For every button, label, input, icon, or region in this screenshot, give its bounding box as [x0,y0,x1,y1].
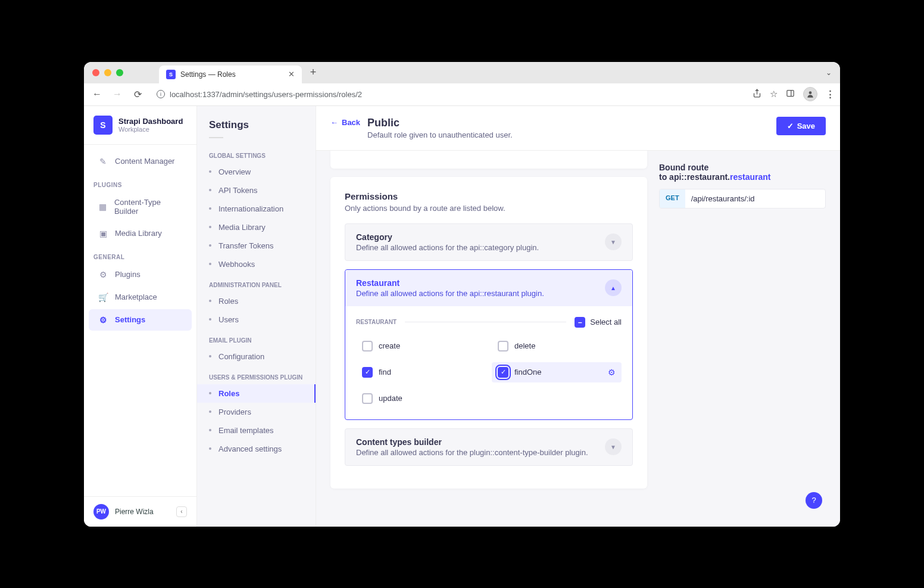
perm-delete[interactable]: delete [492,336,622,356]
brand-logo-icon: S [93,116,113,135]
reload-button[interactable]: ⟳ [130,89,145,100]
toolbar-actions: ☆ ⋮ [753,87,834,101]
page-header: ← Back Public Default role given to unau… [316,106,840,151]
accordion-restaurant: Restaurant Define all allowed actions fo… [345,269,633,420]
main-sidebar: S Strapi Dashboard Workplace ✎ Content M… [84,106,197,527]
nav-content-manager[interactable]: ✎ Content Manager [89,151,192,172]
nav-settings[interactable]: ⚙ Settings [89,309,192,331]
settings-section-admin: ADMINISTRATION PANEL [197,273,316,292]
settings-email-config[interactable]: Configuration [197,347,316,366]
traffic-lights [92,69,123,76]
settings-webhooks[interactable]: Webhooks [197,255,316,273]
new-tab-button[interactable]: + [310,66,317,79]
main-content: ← Back Public Default role given to unau… [316,106,840,527]
page-title: Public [367,117,769,129]
checkbox-checked[interactable]: ✓ [498,367,508,378]
share-icon[interactable] [753,89,761,99]
accordion-ctb[interactable]: Content types builder Define all allowed… [345,428,633,466]
perm-find[interactable]: ✓ find [356,362,486,382]
user-name: Pierre Wizla [115,508,170,516]
tab-close-icon[interactable]: ✕ [288,70,295,79]
address-bar[interactable]: i localhost:1337/admin/settings/users-pe… [151,90,747,99]
image-icon: ▣ [98,229,108,238]
accordion-desc: Define all allowed actions for the api::… [356,289,544,298]
app-root: S Strapi Dashboard Workplace ✎ Content M… [84,106,840,527]
site-info-icon: i [157,90,165,98]
tab-title: Settings — Roles [180,70,236,79]
collapse-sidebar-button[interactable]: ‹ [176,506,187,517]
perm-label: delete [514,341,535,350]
permissions-body: RESTAURANT – Select all [345,306,632,419]
browser-tab-active[interactable]: S Settings — Roles ✕ [159,66,302,83]
close-window-button[interactable] [92,69,99,76]
cart-icon: 🛒 [98,293,108,302]
chevron-up-icon: ▲ [605,279,622,296]
browser-window: S Settings — Roles ✕ + ⌄ ← → ⟳ i localho… [84,62,840,527]
browser-menu-icon[interactable]: ⋮ [826,89,834,99]
settings-overview[interactable]: Overview [197,163,316,181]
back-label: Back [342,118,360,127]
gear-icon[interactable]: ⚙ [608,368,616,377]
svg-point-2 [809,91,812,94]
nav-plugins[interactable]: ⚙ Plugins [89,264,192,285]
back-button[interactable]: ← Back [330,118,360,127]
previous-panel-edge [330,151,647,169]
settings-i18n[interactable]: Internationalization [197,200,316,218]
help-fab-button[interactable]: ? [806,492,822,509]
nav-forward-button[interactable]: → [110,89,124,99]
side-panel-icon[interactable] [786,89,795,99]
perm-create[interactable]: create [356,336,486,356]
content-right: Bound route to api::restaurant.restauran… [659,151,826,527]
tabs-overflow-icon[interactable]: ⌄ [826,69,832,77]
nav-content-type-builder[interactable]: ▦ Content-Type Builder [89,192,192,222]
settings-admin-users[interactable]: Users [197,310,316,329]
settings-api-tokens[interactable]: API Tokens [197,181,316,200]
perm-findone[interactable]: ✓ findOne ⚙ [492,362,622,382]
minimize-window-button[interactable] [104,69,111,76]
settings-sidebar: Settings GLOBAL SETTINGS Overview API To… [197,106,316,527]
group-label: RESTAURANT [356,319,397,325]
nav-back-button[interactable]: ← [90,89,104,99]
brand-block: S Strapi Dashboard Workplace [84,106,196,145]
route-path: /api/restaurants/:id [685,189,761,208]
settings-up-providers[interactable]: Providers [197,403,316,421]
select-all-toggle[interactable]: – Select all [575,317,622,328]
nav-media-library[interactable]: ▣ Media Library [89,223,192,244]
bookmark-star-icon[interactable]: ☆ [770,89,778,99]
brand-title: Strapi Dashboard [118,117,183,126]
checkbox-checked[interactable]: ✓ [362,367,373,378]
nav-marketplace[interactable]: 🛒 Marketplace [89,287,192,308]
nav-section-general: GENERAL [84,245,196,263]
accordion-header[interactable]: Restaurant Define all allowed actions fo… [345,270,632,306]
accordion-category[interactable]: Category Define all allowed actions for … [345,223,633,261]
save-label: Save [797,122,815,130]
settings-up-advanced[interactable]: Advanced settings [197,440,316,458]
settings-up-roles[interactable]: Roles [197,384,316,403]
divider [209,137,223,138]
perm-update[interactable]: update [356,388,486,409]
divider [405,322,566,322]
browser-tabs: S Settings — Roles ✕ + [159,62,316,83]
profile-avatar-icon[interactable] [803,87,817,101]
maximize-window-button[interactable] [116,69,123,76]
permissions-title: Permissions [345,191,633,201]
settings-section-email: EMAIL PLUGIN [197,329,316,347]
content-area: Permissions Only actions bound by a rout… [316,151,840,527]
save-button[interactable]: ✓ Save [776,117,826,135]
checkbox-indeterminate-icon: – [575,317,585,328]
bound-route-title: Bound route to api::restaurant.restauran… [659,163,826,182]
settings-media-library[interactable]: Media Library [197,218,316,237]
accordion-desc: Define all allowed actions for the api::… [356,243,539,252]
svg-rect-0 [787,91,794,97]
sidebar-footer: PW Pierre Wizla ‹ [84,496,196,527]
checkbox[interactable] [362,393,373,404]
browser-titlebar: S Settings — Roles ✕ + ⌄ [84,62,840,83]
accordion-title: Category [356,232,539,242]
nav-label: Plugins [115,270,141,279]
settings-admin-roles[interactable]: Roles [197,292,316,310]
settings-up-email-templates[interactable]: Email templates [197,421,316,440]
settings-transfer-tokens[interactable]: Transfer Tokens [197,237,316,255]
user-avatar[interactable]: PW [93,504,109,519]
checkbox[interactable] [362,341,373,351]
checkbox[interactable] [498,341,508,351]
